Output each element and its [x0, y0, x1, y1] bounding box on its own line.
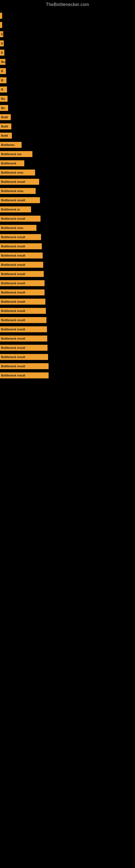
bar-label-20: Bottleneck result	[1, 198, 25, 202]
bar-21: Bottleneck re	[0, 207, 31, 212]
bar-row: Bottlenec	[0, 141, 135, 149]
bar-label-6: B	[1, 69, 3, 73]
bar-22: Bottleneck result	[0, 216, 41, 222]
bar-label-33: Bottleneck result	[1, 318, 25, 322]
bar-row: Bottleneck result	[0, 252, 135, 259]
bar-2: E	[0, 31, 3, 37]
bar-26: Bottleneck result	[0, 252, 43, 258]
bar-row: Bottleneck result	[0, 307, 135, 315]
bar-6: B	[0, 68, 6, 74]
bar-label-5: Bo	[1, 60, 5, 63]
bars-container: EEEBoBBBBoBoBottlBottlBottlBottlenecBott…	[0, 9, 135, 383]
bar-24: Bottleneck result	[0, 234, 41, 240]
bar-36: Bottleneck result	[0, 345, 48, 351]
bar-row: Bottleneck res	[0, 150, 135, 158]
bar-row: Bottl	[0, 132, 135, 140]
bar-label-25: Bottleneck result	[1, 245, 25, 248]
bar-row: E	[0, 40, 135, 47]
bar-row	[0, 12, 135, 20]
bar-label-31: Bottleneck result	[1, 300, 25, 303]
bar-label-10: Bo	[1, 106, 5, 110]
bar-row: Bottl	[0, 123, 135, 130]
bar-row: Bottleneck resu	[0, 224, 135, 231]
bar-label-2: E	[1, 33, 3, 36]
bar-5: Bo	[0, 59, 5, 65]
bar-row: E	[0, 49, 135, 56]
bar-18: Bottleneck result	[0, 179, 39, 185]
bar-label-3: E	[1, 42, 3, 45]
bar-28: Bottleneck result	[0, 271, 44, 277]
bar-17: Bottleneck resu	[0, 169, 35, 176]
bar-row: Bottleneck result	[0, 326, 135, 333]
bar-label-35: Bottleneck result	[1, 337, 25, 340]
bar-label-24: Bottleneck result	[1, 236, 25, 239]
bar-1	[0, 22, 2, 28]
site-title: TheBottlenecker.com	[0, 0, 135, 9]
bar-label-9: Bo	[1, 97, 5, 100]
bar-31: Bottleneck result	[0, 299, 45, 305]
bar-row: E	[0, 30, 135, 38]
bar-label-19: Bottleneck resu	[1, 189, 24, 193]
bar-label-12: Bottl	[1, 125, 8, 128]
bar-label-23: Bottleneck resu	[1, 226, 24, 229]
bar-row: B	[0, 67, 135, 75]
bar-row: Bottleneck	[0, 159, 135, 167]
bar-row: Bottleneck result	[0, 372, 135, 379]
bar-0	[0, 13, 2, 19]
bar-3: E	[0, 40, 4, 46]
bar-row: Bottleneck result	[0, 353, 135, 361]
bar-27: Bottleneck result	[0, 262, 43, 268]
bar-label-22: Bottleneck result	[1, 217, 25, 220]
bar-11: Bottl	[0, 114, 11, 120]
bar-row: Bottleneck result	[0, 178, 135, 186]
bar-row: Bottleneck result	[0, 261, 135, 269]
bar-35: Bottleneck result	[0, 336, 47, 341]
bar-row: Bo	[0, 58, 135, 66]
bar-row: Bottleneck result	[0, 298, 135, 305]
bar-row: B	[0, 76, 135, 84]
bar-label-32: Bottleneck result	[1, 309, 25, 312]
bar-38: Bottleneck result	[0, 363, 49, 369]
bar-7: B	[0, 77, 6, 83]
bar-32: Bottleneck result	[0, 308, 46, 314]
bar-25: Bottleneck result	[0, 243, 42, 249]
bar-label-28: Bottleneck result	[1, 272, 25, 276]
bar-4: E	[0, 50, 4, 56]
bar-33: Bottleneck result	[0, 317, 46, 323]
bar-20: Bottleneck result	[0, 197, 40, 203]
bar-9: Bo	[0, 96, 8, 102]
bar-row	[0, 21, 135, 29]
bar-label-13: Bottl	[1, 134, 8, 137]
bar-label-30: Bottleneck result	[1, 291, 25, 294]
bar-row: Bottleneck result	[0, 289, 135, 296]
bar-30: Bottleneck result	[0, 289, 45, 296]
bar-12: Bottl	[0, 123, 11, 129]
bar-label-29: Bottleneck result	[1, 282, 25, 285]
bar-label-16: Bottleneck	[1, 162, 16, 165]
bar-row: Bottleneck result	[0, 270, 135, 278]
bar-row: Bottleneck result	[0, 335, 135, 342]
bar-label-8: B	[1, 88, 3, 91]
bar-label-26: Bottleneck result	[1, 254, 25, 257]
bar-10: Bo	[0, 105, 8, 111]
bar-label-38: Bottleneck result	[1, 365, 25, 368]
bar-label-36: Bottleneck result	[1, 346, 25, 349]
bar-row: Bo	[0, 95, 135, 102]
bar-23: Bottleneck resu	[0, 225, 37, 231]
bar-14: Bottlenec	[0, 142, 21, 148]
bar-15: Bottleneck res	[0, 151, 32, 157]
bar-39: Bottleneck result	[0, 372, 49, 378]
bar-34: Bottleneck result	[0, 326, 47, 332]
bar-37: Bottleneck result	[0, 354, 48, 360]
bar-row: Bottleneck resu	[0, 187, 135, 195]
bar-row: Bottleneck result	[0, 233, 135, 241]
bar-19: Bottleneck resu	[0, 188, 36, 194]
bar-label-14: Bottlenec	[1, 143, 14, 147]
bar-row: B	[0, 86, 135, 93]
bar-label-34: Bottleneck result	[1, 328, 25, 331]
bar-row: Bottl	[0, 113, 135, 121]
bar-row: Bottleneck result	[0, 243, 135, 250]
bar-16: Bottleneck	[0, 160, 24, 166]
bar-29: Bottleneck result	[0, 280, 45, 286]
bar-row: Bottleneck result	[0, 196, 135, 204]
